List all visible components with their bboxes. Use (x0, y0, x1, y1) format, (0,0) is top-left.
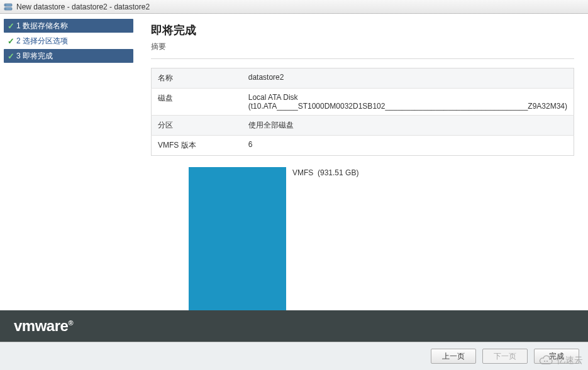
row-value: 使用全部磁盘 (242, 116, 574, 136)
table-row: VMFS 版本 6 (152, 136, 574, 156)
table-row: 名称 datastore2 (152, 68, 574, 89)
disk-partition-block (189, 167, 286, 334)
wizard-button-bar: 上一页 下一页 完成 (0, 342, 588, 370)
disk-partition-label: VMFS (931.51 GB) (292, 167, 358, 177)
watermark-text: 亿速云 (557, 355, 583, 366)
window-titlebar: New datastore - datastore2 - datastore2 (0, 0, 588, 14)
row-label: 名称 (152, 68, 242, 89)
row-label: 磁盘 (152, 89, 242, 116)
svg-point-5 (546, 361, 548, 362)
watermark: 亿速云 (538, 355, 583, 366)
row-value: Local ATA Disk (t10.ATA_____ST1000DM0032… (242, 89, 574, 116)
brand-footer: vmware® (0, 310, 588, 342)
summary-table: 名称 datastore2 磁盘 Local ATA Disk (t10.ATA… (151, 68, 574, 156)
svg-point-2 (5, 4, 6, 5)
row-label: VMFS 版本 (152, 136, 242, 156)
page-heading: 即将完成 (151, 23, 574, 38)
check-icon: ✓ (8, 36, 16, 46)
next-button: 下一页 (482, 349, 528, 364)
disk-visualization: VMFS (931.51 GB) (151, 167, 574, 334)
page-subtitle: 摘要 (151, 41, 574, 59)
datastore-icon (4, 3, 13, 11)
window-title: New datastore - datastore2 - datastore2 (16, 3, 150, 11)
cloud-icon (538, 355, 554, 366)
wizard-step-3[interactable]: ✓ 3 即将完成 (4, 49, 133, 63)
wizard-step-1[interactable]: ✓ 1 数据存储名称 (4, 19, 133, 33)
check-icon: ✓ (8, 21, 16, 31)
wizard-body: ✓ 1 数据存储名称 ✓ 2 选择分区选项 ✓ 3 即将完成 即将完成 摘要 名… (0, 14, 588, 342)
wizard-step-2[interactable]: ✓ 2 选择分区选项 (4, 34, 133, 48)
vmware-logo: vmware® (14, 317, 73, 335)
svg-point-3 (5, 8, 6, 9)
table-row: 分区 使用全部磁盘 (152, 116, 574, 136)
row-value: datastore2 (242, 68, 574, 89)
row-value: 6 (242, 136, 574, 156)
wizard-sidebar: ✓ 1 数据存储名称 ✓ 2 选择分区选项 ✓ 3 即将完成 (0, 14, 137, 342)
svg-point-4 (544, 361, 545, 362)
check-icon: ✓ (8, 52, 16, 61)
wizard-main: 即将完成 摘要 名称 datastore2 磁盘 Local ATA Disk … (137, 14, 588, 342)
row-label: 分区 (152, 116, 242, 136)
table-row: 磁盘 Local ATA Disk (t10.ATA_____ST1000DM0… (152, 89, 574, 116)
back-button[interactable]: 上一页 (431, 349, 476, 364)
